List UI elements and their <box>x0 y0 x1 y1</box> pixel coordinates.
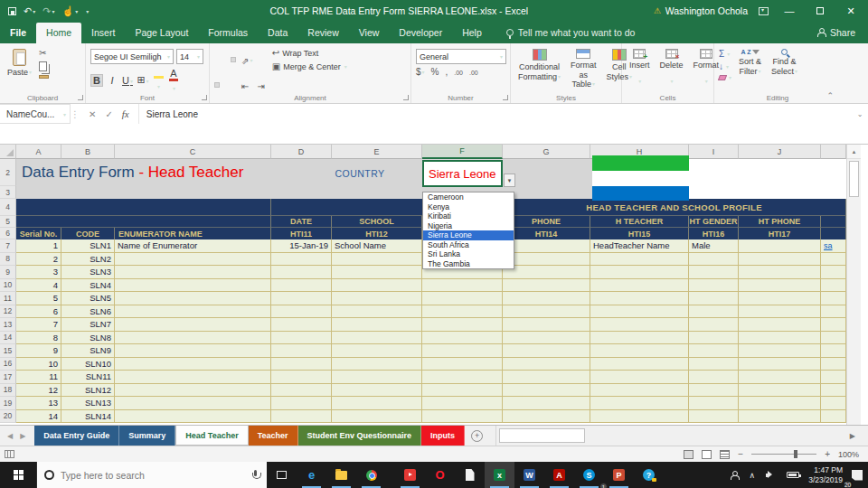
cell-email[interactable] <box>422 332 503 345</box>
cell-school[interactable] <box>332 305 422 319</box>
cell-date[interactable] <box>271 266 332 279</box>
header-school[interactable]: SCHOOL <box>332 216 422 228</box>
cell-hyperlink[interactable] <box>821 279 846 293</box>
select-all-corner[interactable] <box>0 145 16 159</box>
cell-serial[interactable]: 3 <box>16 266 61 279</box>
align-left-icon[interactable] <box>214 82 220 88</box>
cell[interactable] <box>821 186 846 199</box>
cell-gender[interactable] <box>689 279 739 293</box>
cell-hyperlink[interactable] <box>821 292 846 305</box>
cell-date[interactable] <box>271 358 332 371</box>
header-enumerator[interactable]: ENUMERATOR NAME <box>115 228 271 239</box>
volume-button[interactable] <box>760 462 781 488</box>
cell-hyperlink[interactable] <box>821 305 846 319</box>
cell-hyperlink[interactable] <box>821 318 846 332</box>
insert-cells-button[interactable]: + Insert <box>627 47 653 91</box>
enter-icon[interactable]: ✓ <box>105 109 112 119</box>
comma-style-icon[interactable]: , <box>445 68 448 77</box>
cell[interactable] <box>503 186 590 199</box>
cell-ht-phone[interactable] <box>739 253 821 267</box>
column-header-a[interactable]: A <box>16 145 61 159</box>
font-name-select[interactable]: Segoe UI Semiligh <box>90 49 174 64</box>
format-as-table-button[interactable]: Format asTable <box>568 47 599 91</box>
cell[interactable] <box>16 199 271 216</box>
fill-color-button[interactable] <box>152 70 165 91</box>
row-header[interactable]: 16 <box>0 358 16 371</box>
align-top-icon[interactable] <box>214 57 220 62</box>
cell-serial[interactable]: 7 <box>16 318 61 332</box>
delete-cells-button[interactable]: × Delete <box>657 47 686 91</box>
cell-head-teacher[interactable] <box>590 410 689 424</box>
cell-enumerator-name[interactable] <box>115 292 271 305</box>
ribbon-tab[interactable]: Home <box>36 23 81 43</box>
sheet-tab[interactable]: Head Teacher <box>175 426 248 446</box>
cell-email[interactable] <box>422 305 503 319</box>
row-header[interactable]: 10 <box>0 279 16 293</box>
column-header-f[interactable]: F <box>422 145 503 159</box>
ribbon-tab[interactable]: Insert <box>81 23 125 43</box>
cell-phone[interactable] <box>503 239 590 253</box>
edge-button[interactable]: e <box>297 462 326 488</box>
find-select-button[interactable]: Find &Select <box>769 47 800 91</box>
ribbon-tab[interactable]: Formulas <box>198 23 258 43</box>
cell-date[interactable] <box>271 344 332 358</box>
cell-gender[interactable] <box>689 410 739 424</box>
row-header[interactable]: 8 <box>0 253 16 267</box>
cell-school[interactable] <box>332 397 422 410</box>
header-hti11[interactable]: HTI11 <box>271 228 332 239</box>
number-format-select[interactable]: General <box>416 49 506 64</box>
cell-date[interactable] <box>271 332 332 345</box>
cell-enumerator-name[interactable] <box>115 305 271 319</box>
cell-enumerator-name[interactable] <box>115 266 271 279</box>
bold-button[interactable]: B <box>90 74 103 87</box>
cell-serial[interactable]: 10 <box>16 358 61 371</box>
cell-email[interactable] <box>422 318 503 332</box>
cell-school[interactable] <box>332 384 422 398</box>
notepad-button[interactable] <box>455 462 485 488</box>
chrome-button[interactable] <box>356 462 386 488</box>
cell-code[interactable]: SLN5 <box>61 292 115 305</box>
opera-button[interactable]: O <box>425 462 455 488</box>
cell-enumerator-name[interactable] <box>115 397 271 410</box>
cell-serial[interactable]: 12 <box>16 384 61 398</box>
cell-enumerator-name[interactable] <box>115 384 271 398</box>
cell-date[interactable] <box>271 279 332 293</box>
header-serial[interactable]: Serial No. <box>16 228 61 239</box>
sheet-tab[interactable]: Inputs <box>421 426 465 446</box>
tell-me-box[interactable]: Tell me what you want to do <box>506 27 636 43</box>
header-hti15[interactable]: HTI15 <box>590 228 689 239</box>
cell-school[interactable] <box>332 371 422 384</box>
cell-phone[interactable] <box>503 305 590 319</box>
show-hidden-icons-button[interactable]: ∧ <box>744 462 761 488</box>
cell-head-teacher[interactable] <box>590 371 689 384</box>
number-dialog-launcher[interactable] <box>503 95 508 100</box>
cell-serial[interactable]: 5 <box>16 292 61 305</box>
cell-enumerator-name[interactable] <box>115 410 271 424</box>
dropdown-option[interactable]: Kenya <box>423 202 514 212</box>
cell-enumerator-name[interactable] <box>115 318 271 332</box>
cell-head-teacher[interactable] <box>590 397 689 410</box>
cell[interactable] <box>61 186 115 199</box>
sort-filter-button[interactable]: A Z Sort &Filter <box>736 47 764 91</box>
cell-code[interactable]: SLN7 <box>61 318 115 332</box>
customize-qat-icon[interactable] <box>85 6 89 16</box>
cell-date[interactable]: 15-Jan-19 <box>271 239 332 253</box>
powerpoint-button[interactable]: P <box>604 462 634 488</box>
row-header[interactable]: 18 <box>0 384 16 398</box>
cell-gender[interactable] <box>689 358 739 371</box>
row-header[interactable]: 15 <box>0 344 16 358</box>
row-header[interactable]: 20 <box>0 410 16 424</box>
cell-head-teacher[interactable] <box>590 332 689 345</box>
normal-view-icon[interactable] <box>684 450 693 459</box>
cell-head-teacher[interactable] <box>590 318 689 332</box>
header-ht-gender[interactable]: HT GENDER <box>689 216 739 228</box>
cell-email[interactable] <box>422 344 503 358</box>
word-button[interactable]: W <box>514 462 544 488</box>
cell-code[interactable]: SLN11 <box>61 371 115 384</box>
cell-enumerator-name[interactable]: Name of Enumerator <box>115 239 271 253</box>
cell-email[interactable] <box>422 358 503 371</box>
cell-ht-phone[interactable] <box>739 358 821 371</box>
cell-date[interactable] <box>271 305 332 319</box>
align-middle-icon[interactable] <box>222 57 228 62</box>
vertical-scroll-thumb[interactable] <box>849 161 859 197</box>
